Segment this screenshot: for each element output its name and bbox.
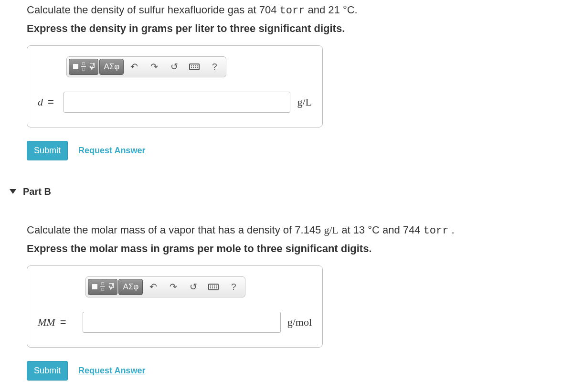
partB-answer-input[interactable] [83, 312, 281, 333]
redo-icon: ↷ [170, 281, 177, 292]
greek-button[interactable]: ΑΣφ [99, 59, 124, 75]
equation-toolbar: □□ √ ΑΣφ ↶ ↷ ↺ ? [85, 276, 245, 297]
templates-icon: □□ √ [92, 282, 113, 292]
partB-submit-button[interactable]: Submit [27, 361, 68, 381]
reset-button[interactable]: ↺ [165, 59, 184, 75]
caret-down-icon [10, 189, 16, 194]
partA-lhs: d = [38, 96, 57, 108]
templates-button[interactable]: □□ √ [88, 279, 117, 295]
undo-icon: ↶ [130, 61, 138, 72]
help-button[interactable]: ? [224, 279, 243, 295]
undo-icon: ↶ [149, 281, 157, 292]
partB-lhs: MM = [38, 316, 76, 328]
reset-button[interactable]: ↺ [184, 279, 203, 295]
keyboard-icon [208, 284, 219, 290]
partA-question: Calculate the density of sulfur hexafluo… [27, 3, 563, 19]
redo-button[interactable]: ↷ [164, 279, 183, 295]
partB-request-answer-link[interactable]: Request Answer [78, 366, 145, 376]
partA-answer-box: □□ √ ΑΣφ ↶ ↷ ↺ ? d = [27, 45, 323, 127]
partB-title: Part B [23, 186, 51, 197]
greek-button[interactable]: ΑΣφ [118, 279, 143, 295]
partB-header[interactable]: Part B [10, 186, 563, 197]
redo-button[interactable]: ↷ [145, 59, 164, 75]
partA-submit-button[interactable]: Submit [27, 141, 68, 160]
partB-question: Calculate the molar mass of a vapor that… [27, 223, 563, 239]
partB-unit: g/mol [287, 316, 312, 328]
keyboard-button[interactable] [185, 59, 204, 75]
partB-instruction: Express the molar mass in grams per mole… [27, 243, 563, 255]
partB-answer-box: □□ √ ΑΣφ ↶ ↷ ↺ ? MM = [27, 265, 323, 348]
help-icon: ? [212, 62, 217, 72]
reset-icon: ↺ [170, 61, 178, 72]
templates-button[interactable]: □□ √ [69, 59, 98, 75]
redo-icon: ↷ [150, 61, 158, 72]
templates-icon: □□ √ [73, 62, 94, 72]
undo-button[interactable]: ↶ [144, 279, 163, 295]
partA-answer-input[interactable] [64, 92, 290, 113]
equation-toolbar: □□ √ ΑΣφ ↶ ↷ ↺ ? [66, 56, 226, 77]
partA-unit: g/L [297, 96, 312, 108]
keyboard-icon [189, 64, 200, 70]
keyboard-button[interactable] [204, 279, 223, 295]
partA-request-answer-link[interactable]: Request Answer [78, 146, 145, 156]
partA-instruction: Express the density in grams per liter t… [27, 22, 563, 35]
undo-button[interactable]: ↶ [125, 59, 144, 75]
help-button[interactable]: ? [205, 59, 224, 75]
reset-icon: ↺ [190, 281, 197, 292]
help-icon: ? [231, 282, 236, 292]
